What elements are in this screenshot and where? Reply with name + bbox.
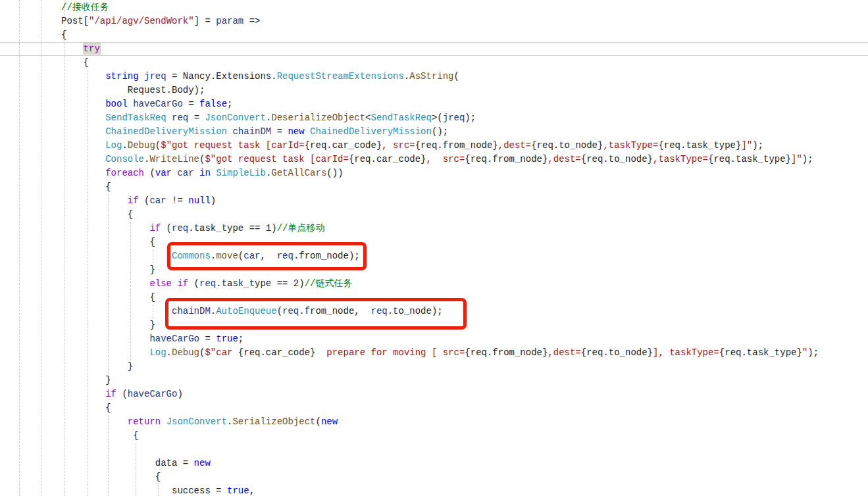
annotation-box-move-call: [167, 242, 367, 270]
code-token: new: [288, 126, 304, 137]
code-token: ();: [432, 126, 448, 137]
code-line: Log.Debug($"got request task [carId={req…: [61, 139, 819, 153]
code-token: =>: [243, 16, 260, 26]
code-token: string: [105, 71, 138, 82]
code-token: ], taskType=: [653, 347, 719, 358]
code-token: }: [105, 375, 111, 385]
code-token: prepare for moving [ src=: [315, 347, 465, 358]
code-token: "/api/agv/SendWork": [89, 16, 194, 26]
code-token: (: [454, 71, 459, 82]
code-token: //接收任务: [61, 2, 109, 12]
code-token: Console: [105, 154, 144, 164]
code-token: $"got request task [carId=: [161, 140, 304, 151]
code-token: {req.to_node}: [531, 140, 603, 151]
code-token: if: [149, 223, 161, 234]
code-line: {: [61, 208, 819, 222]
code-token: new: [321, 416, 338, 427]
code-token: //链式任务: [305, 278, 353, 289]
code-line: success = true,: [61, 484, 819, 496]
code-token: haveCarGo: [133, 99, 183, 109]
code-token: {: [155, 472, 161, 482]
code-token: ,taskType=: [603, 140, 658, 151]
code-token: !=: [166, 195, 189, 206]
code-token: =: [188, 112, 205, 123]
indent-guide: [19, 0, 20, 496]
code-token: {: [149, 292, 155, 303]
code-line: haveCarGo = true;: [61, 332, 819, 346]
code-token: }: [128, 361, 133, 372]
code-line: if (haveCarGo): [61, 387, 819, 401]
code-token: );: [802, 154, 813, 164]
code-token: return: [128, 416, 161, 427]
code-line: Console.WriteLine($"got request task [ca…: [61, 153, 819, 166]
code-token: haveCarGo: [149, 334, 199, 344]
code-token: SendTaskReq: [371, 112, 432, 123]
code-token: (: [161, 223, 172, 234]
code-token: {req.from_node}: [465, 347, 548, 358]
code-line: ChainedDeliveryMission chainDM = new Cha…: [61, 125, 819, 139]
indent-guide: [41, 0, 41, 496]
code-token: , src=: [426, 154, 465, 164]
code-token: (: [116, 389, 128, 399]
code-token: <: [365, 112, 370, 123]
code-token: ,: [249, 485, 255, 496]
code-token: );: [752, 140, 763, 151]
code-token: success =: [172, 485, 227, 496]
code-token: =: [271, 126, 288, 137]
code-token: {req.task_type}: [719, 347, 802, 358]
code-token: ": [802, 347, 807, 358]
code-token: ]": [791, 154, 802, 164]
code-token: ]": [741, 140, 752, 151]
code-line: Request.Body);: [61, 84, 819, 97]
code-token: (: [315, 416, 320, 427]
code-line: {: [61, 180, 819, 194]
code-token: ,taskType=: [653, 154, 708, 164]
code-line: {: [61, 56, 819, 70]
code-token: {req.task_type}: [658, 140, 741, 151]
code-token: AsString: [409, 71, 453, 82]
code-token: foreach: [105, 168, 144, 178]
code-line: //接收任务: [61, 1, 819, 14]
code-token: true: [227, 485, 249, 496]
code-token: data =: [155, 458, 194, 468]
code-token: param: [216, 16, 243, 26]
code-token: in: [199, 168, 211, 178]
code-token: {req.task_type}: [708, 154, 791, 164]
code-token: [128, 99, 133, 109]
code-token: Log: [105, 140, 122, 151]
code-token: , src=: [382, 140, 415, 151]
code-line: string jreq = Nancy.Extensions.RequestSt…: [61, 70, 819, 84]
code-line: {: [61, 429, 819, 443]
code-token: //单点移动: [277, 223, 325, 234]
code-token: =: [183, 99, 199, 109]
code-token: Debug: [128, 140, 155, 151]
code-token: ChainedDeliveryMission: [105, 126, 227, 137]
code-token: (: [155, 140, 161, 151]
code-token: }: [149, 264, 155, 275]
code-token: null: [188, 195, 211, 206]
code-token: DeserializeObject: [271, 112, 365, 123]
code-token: {: [105, 403, 111, 413]
code-token: if: [105, 389, 116, 399]
code-token: try: [84, 43, 100, 54]
code-editor-surface[interactable]: //接收任务Post["/api/agv/SendWork"] = param …: [0, 0, 868, 496]
code-token: Request.Body);: [128, 85, 205, 95]
code-token: car: [149, 195, 166, 206]
code-token: jreq: [144, 71, 166, 82]
code-token: ,dest=: [548, 347, 580, 358]
code-line: }: [61, 360, 819, 374]
code-token: GetAllCars: [271, 168, 326, 178]
code-token: ()): [326, 168, 343, 178]
code-token: new: [194, 458, 211, 468]
code-token: {req.car_code}: [305, 140, 382, 151]
code-token: else: [149, 278, 172, 289]
code-token: car: [177, 168, 193, 178]
code-token: [161, 416, 166, 427]
code-token: var: [155, 168, 172, 178]
code-token: .: [166, 347, 172, 358]
code-token: ;: [227, 99, 232, 109]
code-line: return JsonConvert.SerializeObject(new: [61, 415, 819, 429]
code-token: RequestStreamExtensions: [277, 71, 404, 82]
code-token: = Nancy.Extensions.: [166, 71, 277, 82]
code-line: Post["/api/agv/SendWork"] = param =>: [61, 14, 819, 28]
